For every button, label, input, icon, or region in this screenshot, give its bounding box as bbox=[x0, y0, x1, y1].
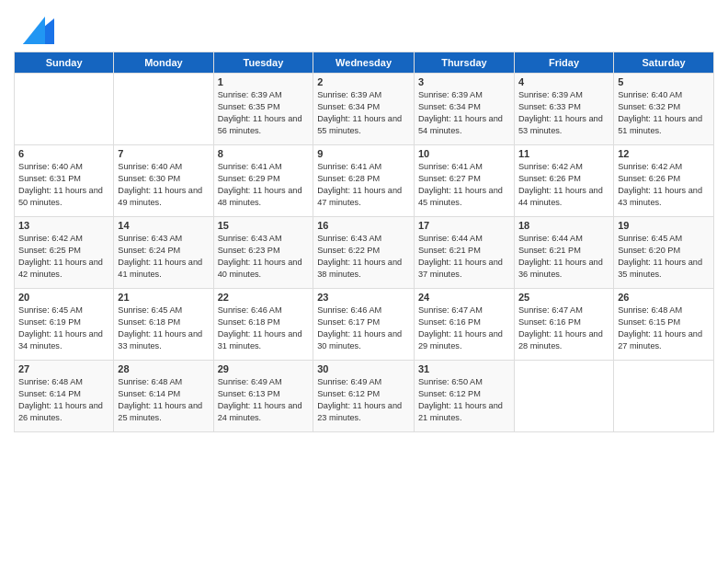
day-number: 4 bbox=[518, 76, 609, 87]
calendar-cell: 4Sunrise: 6:39 AMSunset: 6:33 PMDaylight… bbox=[514, 74, 613, 145]
day-number: 25 bbox=[518, 292, 609, 303]
calendar-cell: 18Sunrise: 6:44 AMSunset: 6:21 PMDayligh… bbox=[514, 217, 613, 289]
calendar-week-5: 27Sunrise: 6:48 AMSunset: 6:14 PMDayligh… bbox=[15, 361, 714, 432]
calendar-cell: 6Sunrise: 6:40 AMSunset: 6:31 PMDaylight… bbox=[15, 145, 114, 217]
day-info: Sunrise: 6:39 AMSunset: 6:33 PMDaylight:… bbox=[518, 89, 609, 137]
weekday-header-tuesday: Tuesday bbox=[213, 52, 313, 74]
day-number: 7 bbox=[118, 148, 209, 159]
day-number: 9 bbox=[317, 148, 410, 159]
calendar-cell: 2Sunrise: 6:39 AMSunset: 6:34 PMDaylight… bbox=[313, 74, 415, 145]
day-number: 1 bbox=[218, 76, 310, 87]
day-info: Sunrise: 6:40 AMSunset: 6:32 PMDaylight:… bbox=[618, 89, 710, 137]
calendar-cell: 13Sunrise: 6:42 AMSunset: 6:25 PMDayligh… bbox=[15, 217, 114, 289]
calendar-cell: 9Sunrise: 6:41 AMSunset: 6:28 PMDaylight… bbox=[313, 145, 415, 217]
day-info: Sunrise: 6:45 AMSunset: 6:19 PMDaylight:… bbox=[18, 304, 109, 352]
day-info: Sunrise: 6:46 AMSunset: 6:17 PMDaylight:… bbox=[317, 304, 410, 352]
calendar-cell: 14Sunrise: 6:43 AMSunset: 6:24 PMDayligh… bbox=[114, 217, 213, 289]
calendar-week-2: 6Sunrise: 6:40 AMSunset: 6:31 PMDaylight… bbox=[15, 145, 714, 217]
weekday-header-monday: Monday bbox=[114, 52, 213, 74]
day-info: Sunrise: 6:48 AMSunset: 6:15 PMDaylight:… bbox=[618, 304, 710, 352]
calendar-cell: 12Sunrise: 6:42 AMSunset: 6:26 PMDayligh… bbox=[614, 145, 714, 217]
day-number: 28 bbox=[118, 363, 209, 374]
day-number: 5 bbox=[618, 76, 710, 87]
calendar-week-3: 13Sunrise: 6:42 AMSunset: 6:25 PMDayligh… bbox=[15, 217, 714, 289]
calendar-cell bbox=[15, 74, 114, 145]
day-number: 22 bbox=[218, 292, 310, 303]
day-info: Sunrise: 6:39 AMSunset: 6:34 PMDaylight:… bbox=[418, 89, 510, 137]
calendar-cell: 21Sunrise: 6:45 AMSunset: 6:18 PMDayligh… bbox=[114, 289, 213, 361]
day-info: Sunrise: 6:41 AMSunset: 6:27 PMDaylight:… bbox=[418, 161, 510, 209]
logo-svg bbox=[14, 9, 54, 44]
day-number: 23 bbox=[317, 292, 410, 303]
day-info: Sunrise: 6:42 AMSunset: 6:26 PMDaylight:… bbox=[618, 161, 710, 209]
header bbox=[14, 9, 714, 44]
weekday-header-thursday: Thursday bbox=[414, 52, 514, 74]
day-info: Sunrise: 6:46 AMSunset: 6:18 PMDaylight:… bbox=[218, 304, 310, 352]
day-info: Sunrise: 6:45 AMSunset: 6:20 PMDaylight:… bbox=[618, 233, 710, 281]
calendar-cell bbox=[514, 361, 613, 432]
day-number: 19 bbox=[618, 220, 710, 231]
calendar-body: 1Sunrise: 6:39 AMSunset: 6:35 PMDaylight… bbox=[15, 74, 714, 432]
day-info: Sunrise: 6:42 AMSunset: 6:26 PMDaylight:… bbox=[518, 161, 609, 209]
calendar-cell bbox=[114, 74, 213, 145]
logo-icon bbox=[14, 9, 54, 44]
calendar-cell: 29Sunrise: 6:49 AMSunset: 6:13 PMDayligh… bbox=[213, 361, 313, 432]
calendar-cell: 28Sunrise: 6:48 AMSunset: 6:14 PMDayligh… bbox=[114, 361, 213, 432]
calendar-cell bbox=[614, 361, 714, 432]
weekday-header-friday: Friday bbox=[514, 52, 613, 74]
day-number: 29 bbox=[218, 363, 310, 374]
day-info: Sunrise: 6:50 AMSunset: 6:12 PMDaylight:… bbox=[418, 376, 510, 424]
day-info: Sunrise: 6:39 AMSunset: 6:35 PMDaylight:… bbox=[218, 89, 310, 137]
day-number: 12 bbox=[618, 148, 710, 159]
weekday-header-row: SundayMondayTuesdayWednesdayThursdayFrid… bbox=[15, 52, 714, 74]
calendar-cell: 27Sunrise: 6:48 AMSunset: 6:14 PMDayligh… bbox=[15, 361, 114, 432]
logo bbox=[14, 9, 58, 44]
day-number: 31 bbox=[418, 363, 510, 374]
calendar-cell: 24Sunrise: 6:47 AMSunset: 6:16 PMDayligh… bbox=[414, 289, 514, 361]
calendar-cell: 17Sunrise: 6:44 AMSunset: 6:21 PMDayligh… bbox=[414, 217, 514, 289]
day-info: Sunrise: 6:44 AMSunset: 6:21 PMDaylight:… bbox=[518, 233, 609, 281]
day-number: 30 bbox=[317, 363, 410, 374]
day-info: Sunrise: 6:44 AMSunset: 6:21 PMDaylight:… bbox=[418, 233, 510, 281]
day-number: 15 bbox=[218, 220, 310, 231]
calendar-cell: 16Sunrise: 6:43 AMSunset: 6:22 PMDayligh… bbox=[313, 217, 415, 289]
day-info: Sunrise: 6:41 AMSunset: 6:28 PMDaylight:… bbox=[317, 161, 410, 209]
calendar-week-4: 20Sunrise: 6:45 AMSunset: 6:19 PMDayligh… bbox=[15, 289, 714, 361]
day-number: 2 bbox=[317, 76, 410, 87]
day-info: Sunrise: 6:43 AMSunset: 6:22 PMDaylight:… bbox=[317, 233, 410, 281]
day-number: 27 bbox=[18, 363, 109, 374]
calendar-week-1: 1Sunrise: 6:39 AMSunset: 6:35 PMDaylight… bbox=[15, 74, 714, 145]
calendar-cell: 11Sunrise: 6:42 AMSunset: 6:26 PMDayligh… bbox=[514, 145, 613, 217]
day-info: Sunrise: 6:40 AMSunset: 6:30 PMDaylight:… bbox=[118, 161, 209, 209]
calendar-cell: 20Sunrise: 6:45 AMSunset: 6:19 PMDayligh… bbox=[15, 289, 114, 361]
day-number: 13 bbox=[18, 220, 109, 231]
day-number: 26 bbox=[618, 292, 710, 303]
day-number: 10 bbox=[418, 148, 510, 159]
calendar-header: SundayMondayTuesdayWednesdayThursdayFrid… bbox=[15, 52, 714, 74]
day-number: 24 bbox=[418, 292, 510, 303]
calendar-cell: 26Sunrise: 6:48 AMSunset: 6:15 PMDayligh… bbox=[614, 289, 714, 361]
day-number: 11 bbox=[518, 148, 609, 159]
day-number: 6 bbox=[18, 148, 109, 159]
day-number: 20 bbox=[18, 292, 109, 303]
day-info: Sunrise: 6:40 AMSunset: 6:31 PMDaylight:… bbox=[18, 161, 109, 209]
page: SundayMondayTuesdayWednesdayThursdayFrid… bbox=[0, 0, 728, 563]
calendar-cell: 31Sunrise: 6:50 AMSunset: 6:12 PMDayligh… bbox=[414, 361, 514, 432]
day-info: Sunrise: 6:48 AMSunset: 6:14 PMDaylight:… bbox=[118, 376, 209, 424]
day-info: Sunrise: 6:49 AMSunset: 6:12 PMDaylight:… bbox=[317, 376, 410, 424]
calendar-cell: 23Sunrise: 6:46 AMSunset: 6:17 PMDayligh… bbox=[313, 289, 415, 361]
weekday-header-sunday: Sunday bbox=[15, 52, 114, 74]
calendar-cell: 1Sunrise: 6:39 AMSunset: 6:35 PMDaylight… bbox=[213, 74, 313, 145]
calendar-cell: 30Sunrise: 6:49 AMSunset: 6:12 PMDayligh… bbox=[313, 361, 415, 432]
calendar-cell: 15Sunrise: 6:43 AMSunset: 6:23 PMDayligh… bbox=[213, 217, 313, 289]
day-info: Sunrise: 6:48 AMSunset: 6:14 PMDaylight:… bbox=[18, 376, 109, 424]
calendar-cell: 22Sunrise: 6:46 AMSunset: 6:18 PMDayligh… bbox=[213, 289, 313, 361]
day-number: 16 bbox=[317, 220, 410, 231]
weekday-header-saturday: Saturday bbox=[614, 52, 714, 74]
calendar-table: SundayMondayTuesdayWednesdayThursdayFrid… bbox=[14, 52, 714, 432]
day-number: 18 bbox=[518, 220, 609, 231]
day-info: Sunrise: 6:47 AMSunset: 6:16 PMDaylight:… bbox=[418, 304, 510, 352]
calendar-cell: 5Sunrise: 6:40 AMSunset: 6:32 PMDaylight… bbox=[614, 74, 714, 145]
calendar-cell: 3Sunrise: 6:39 AMSunset: 6:34 PMDaylight… bbox=[414, 74, 514, 145]
day-info: Sunrise: 6:42 AMSunset: 6:25 PMDaylight:… bbox=[18, 233, 109, 281]
